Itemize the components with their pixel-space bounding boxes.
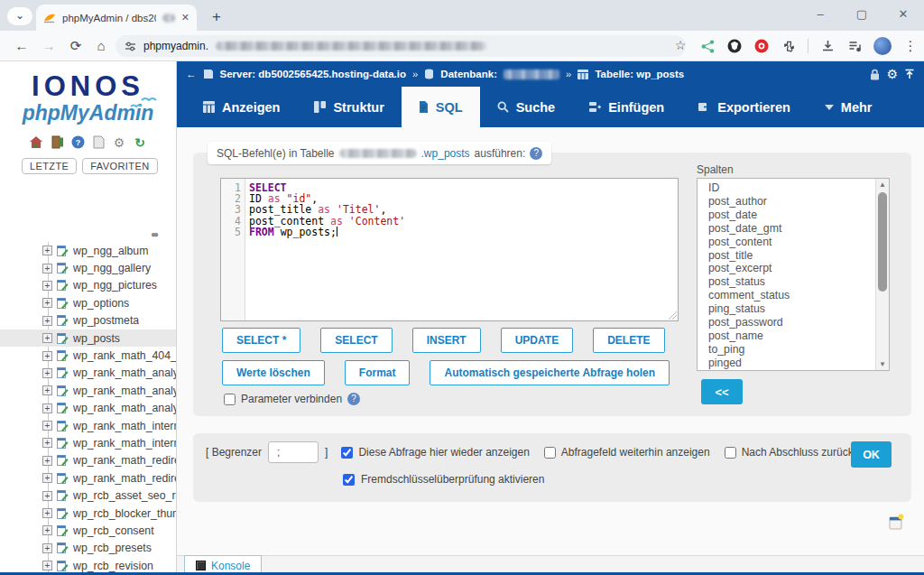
- close-button[interactable]: ✕: [882, 0, 924, 31]
- option-checkbox-label[interactable]: Diese Abfrage hier wieder anzeigen: [358, 446, 529, 459]
- minimize-button[interactable]: –: [799, 0, 841, 31]
- collapse-columns-button[interactable]: <<: [701, 379, 743, 404]
- select-button[interactable]: SELECT: [320, 328, 392, 353]
- settings-gear-icon[interactable]: ⚙: [112, 134, 127, 150]
- columns-listbox[interactable]: IDpost_authorpost_datepost_date_gmtpost_…: [697, 178, 890, 371]
- update-button[interactable]: UPDATE: [501, 328, 573, 353]
- tab-struktur[interactable]: Struktur: [297, 87, 401, 127]
- automatisch-gespeicherte-abfrage-holen-button[interactable]: Automatisch gespeicherte Abfrage holen: [430, 360, 670, 385]
- sql-editor[interactable]: 12345 SELECT ID as "id", post_title as '…: [220, 178, 679, 321]
- expand-plus-icon[interactable]: +: [42, 333, 52, 343]
- link-handle-icon[interactable]: ●●: [151, 229, 156, 239]
- scroll-down-icon[interactable]: ▼: [876, 358, 889, 370]
- refresh-icon[interactable]: ↻: [133, 134, 148, 150]
- resize-grip[interactable]: [668, 311, 677, 320]
- ok-button[interactable]: OK: [851, 441, 892, 468]
- column-option-post_password[interactable]: post_password: [698, 316, 889, 329]
- recent-tables-button[interactable]: LETZTE: [22, 158, 77, 174]
- address-bar[interactable]: phpmyadmin.: [116, 35, 686, 57]
- sidebar-table-wp_rcb_consent[interactable]: +wp_rcb_consent: [0, 522, 176, 539]
- document-icon[interactable]: [91, 134, 106, 150]
- sidebar-table-wp_ngg_pictures[interactable]: +wp_ngg_pictures: [0, 277, 176, 294]
- extensions-puzzle-icon[interactable]: [781, 38, 797, 54]
- column-option-post_status[interactable]: post_status: [698, 275, 889, 289]
- fk-check-checkbox[interactable]: [343, 474, 355, 486]
- reading-list-icon[interactable]: [846, 38, 863, 54]
- scroll-top-icon[interactable]: [904, 69, 915, 79]
- maximize-button[interactable]: ▢: [841, 0, 882, 31]
- sidebar-table-wp_rank_math_analytics_[interactable]: +wp_rank_math_analytics_: [0, 382, 176, 399]
- expand-plus-icon[interactable]: +: [42, 473, 52, 483]
- scrollbar-thumb[interactable]: [878, 192, 887, 292]
- new-tab-button[interactable]: +: [206, 7, 227, 29]
- expand-plus-icon[interactable]: +: [42, 316, 52, 326]
- expand-plus-icon[interactable]: +: [42, 543, 52, 553]
- breadcrumb-table[interactable]: Tabelle: wp_posts: [595, 69, 684, 79]
- bookmark-star-icon[interactable]: ☆: [670, 35, 691, 57]
- sidebar-table-wp_rcb_blocker_thumbna[interactable]: +wp_rcb_blocker_thumbna: [0, 505, 176, 522]
- new-window-icon[interactable]: [889, 514, 904, 531]
- breadcrumb-server[interactable]: Server: db5002565425.hosting-data.io: [220, 69, 406, 79]
- bind-parameters-checkbox[interactable]: [224, 394, 236, 405]
- sidebar-table-wp_ngg_gallery[interactable]: +wp_ngg_gallery: [0, 259, 176, 276]
- option-checkbox-0[interactable]: [341, 447, 353, 459]
- sidebar-table-wp_rank_math_internal_li[interactable]: +wp_rank_math_internal_li: [0, 417, 176, 434]
- browser-tab[interactable]: phpMyAdmin / dbs2035527 / w ✕: [36, 5, 197, 31]
- expand-plus-icon[interactable]: +: [42, 246, 52, 255]
- expand-plus-icon[interactable]: +: [42, 385, 52, 395]
- sidebar-table-wp_rank_math_redirectio[interactable]: +wp_rank_math_redirectio: [0, 452, 176, 469]
- sidebar-table-wp_ngg_album[interactable]: +wp_ngg_album: [0, 242, 176, 259]
- column-option-pinged[interactable]: pinged: [698, 357, 889, 370]
- column-option-post_author[interactable]: post_author: [698, 195, 889, 209]
- expand-plus-icon[interactable]: +: [42, 403, 52, 413]
- tab-einfügen[interactable]: Einfügen: [572, 87, 681, 127]
- home-icon[interactable]: [29, 134, 44, 150]
- expand-plus-icon[interactable]: +: [42, 525, 52, 535]
- expand-plus-icon[interactable]: +: [42, 351, 52, 361]
- help-question-icon[interactable]: ?: [530, 147, 542, 160]
- expand-plus-icon[interactable]: +: [42, 491, 52, 501]
- tab-exportieren[interactable]: Exportieren: [681, 87, 808, 127]
- home-button[interactable]: ⌂: [90, 35, 112, 57]
- delimiter-input[interactable]: [268, 441, 319, 463]
- reload-button[interactable]: ⟳: [65, 35, 87, 57]
- favorites-button[interactable]: FAVORITEN: [82, 158, 157, 174]
- sidebar-table-wp_postmeta[interactable]: +wp_postmeta: [0, 312, 176, 329]
- collapse-nav-arrow-icon[interactable]: ←: [186, 69, 197, 79]
- option-checkbox-2[interactable]: [725, 447, 736, 459]
- scroll-up-icon[interactable]: ▲: [876, 179, 889, 190]
- help-question-icon[interactable]: ?: [347, 393, 360, 405]
- help-icon[interactable]: ?: [70, 134, 86, 150]
- column-option-post_date[interactable]: post_date: [698, 209, 889, 222]
- expand-plus-icon[interactable]: +: [42, 421, 52, 431]
- column-option-post_date_gmt[interactable]: post_date_gmt: [698, 222, 889, 236]
- forward-button[interactable]: →: [38, 35, 60, 57]
- site-info-icon[interactable]: [125, 41, 136, 52]
- profile-avatar[interactable]: [873, 37, 892, 55]
- insert-button[interactable]: INSERT: [412, 328, 481, 353]
- format-button[interactable]: Format: [345, 360, 411, 385]
- sidebar-table-wp_rank_math_internal_m[interactable]: +wp_rank_math_internal_m: [0, 434, 176, 451]
- sidebar-table-wp_rank_math_analytics_[interactable]: +wp_rank_math_analytics_: [0, 400, 176, 417]
- table-link[interactable]: .wp_posts: [421, 147, 470, 160]
- extension-adguard-icon[interactable]: [726, 38, 743, 54]
- tab-anzeigen[interactable]: Anzeigen: [186, 87, 297, 127]
- sidebar-table-wp_posts[interactable]: +wp_posts: [0, 329, 176, 347]
- column-option-post_name[interactable]: post_name: [698, 329, 889, 343]
- expand-plus-icon[interactable]: +: [42, 438, 52, 448]
- tab-search-button[interactable]: ⌄: [7, 7, 32, 25]
- back-button[interactable]: ←: [11, 35, 32, 57]
- expand-plus-icon[interactable]: +: [42, 456, 52, 466]
- column-option-post_content[interactable]: post_content: [698, 236, 889, 249]
- column-option-ping_status[interactable]: ping_status: [698, 302, 889, 316]
- column-option-comment_status[interactable]: comment_status: [698, 289, 889, 302]
- columns-scrollbar[interactable]: ▲ ▼: [875, 179, 889, 370]
- tab-mehr[interactable]: Mehr: [808, 87, 890, 127]
- share-icon[interactable]: [699, 38, 716, 54]
- sidebar-table-wp_rank_math_analytics_[interactable]: +wp_rank_math_analytics_: [0, 365, 176, 382]
- expand-plus-icon[interactable]: +: [42, 368, 52, 378]
- downloads-icon[interactable]: [819, 38, 836, 54]
- sql-code[interactable]: SELECT ID as "id", post_title as 'Titel'…: [245, 179, 678, 320]
- expand-plus-icon[interactable]: +: [42, 264, 52, 274]
- sidebar-table-wp_options[interactable]: +wp_options: [0, 294, 176, 311]
